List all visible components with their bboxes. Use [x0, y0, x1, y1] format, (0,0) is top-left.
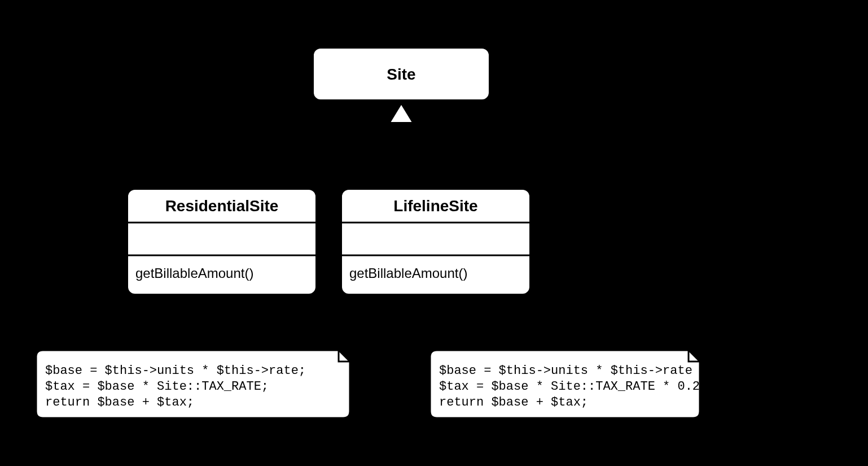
note-connector-right: [508, 295, 564, 350]
note-lifeline: $base = $this->units * $this->rate * 0.5…: [430, 350, 744, 418]
class-lifeline-name: LifelineSite: [393, 197, 477, 215]
note-connector-left: [196, 295, 222, 350]
note-residential: $base = $this->units * $this->rate;$tax …: [36, 350, 350, 418]
class-site-name: Site: [387, 66, 415, 83]
class-lifeline-site: LifelineSite getBillableAmount(): [341, 189, 531, 295]
class-residential-name: ResidentialSite: [165, 197, 279, 215]
class-residential-site: ResidentialSite getBillableAmount(): [127, 189, 317, 295]
residential-method: getBillableAmount(): [135, 265, 253, 281]
lifeline-method: getBillableAmount(): [349, 265, 467, 281]
class-site: Site: [313, 47, 490, 101]
inheritance-arrowhead: [389, 103, 414, 123]
uml-class-diagram: Site ResidentialSite getBillableAmount()…: [0, 0, 868, 466]
